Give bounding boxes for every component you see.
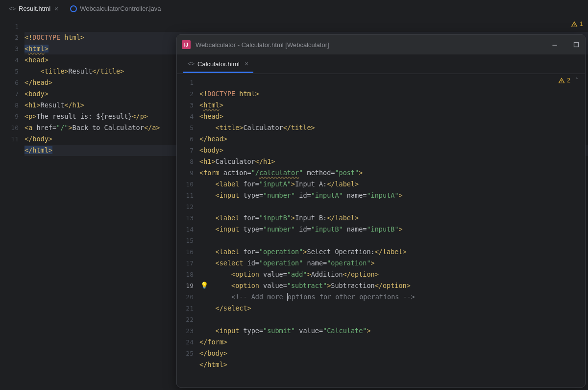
popup-code-area[interactable]: <!DOCTYPE html> <html> <head> <title>Cal… <box>199 74 585 387</box>
tab-result-html[interactable]: <> Result.html × <box>4 2 63 16</box>
chevron-up-icon[interactable]: ˄ <box>575 77 578 84</box>
java-class-icon <box>70 5 77 12</box>
popup-tab-bar: <> Calculator.html × <box>177 54 585 74</box>
warning-icon <box>571 21 578 27</box>
tab-label: WebcalculatorController.java <box>80 5 161 12</box>
popup-editor-window: IJ Webcalculator - Calculator.html [Webc… <box>176 34 586 388</box>
intention-bulb-icon[interactable]: 💡 <box>200 282 208 289</box>
popup-warning-badge[interactable]: 2 ˄ <box>558 77 578 84</box>
maximize-button[interactable] <box>572 41 580 49</box>
popup-tab-label: Calculator.html <box>197 60 240 68</box>
warning-count: 1 <box>580 21 583 27</box>
warning-icon <box>558 77 565 84</box>
popup-title: Webcalculator - Calculator.html [Webcalc… <box>196 41 537 49</box>
popup-warning-count: 2 <box>567 77 570 84</box>
html-file-icon: <> <box>9 5 16 12</box>
minimize-button[interactable]: ─ <box>551 41 559 49</box>
close-icon[interactable]: × <box>245 60 248 68</box>
tab-controller-java[interactable]: WebcalculatorController.java <box>65 2 166 15</box>
close-icon[interactable]: × <box>54 5 58 13</box>
popup-tab-calculator[interactable]: <> Calculator.html × <box>183 55 253 73</box>
tab-label: Result.html <box>19 5 50 12</box>
warning-badge[interactable]: 1 <box>571 21 583 27</box>
line-gutter: 1234567891011 <box>0 18 24 390</box>
popup-line-gutter: 1234567891011121314151617181920212223242… <box>177 74 199 387</box>
intellij-icon: IJ <box>182 40 191 49</box>
html-file-icon: <> <box>188 60 195 67</box>
popup-titlebar[interactable]: IJ Webcalculator - Calculator.html [Webc… <box>177 35 585 54</box>
top-tab-bar: <> Result.html × WebcalculatorController… <box>0 0 588 18</box>
svg-rect-0 <box>574 43 579 47</box>
popup-editor-body[interactable]: 1234567891011121314151617181920212223242… <box>177 74 585 387</box>
